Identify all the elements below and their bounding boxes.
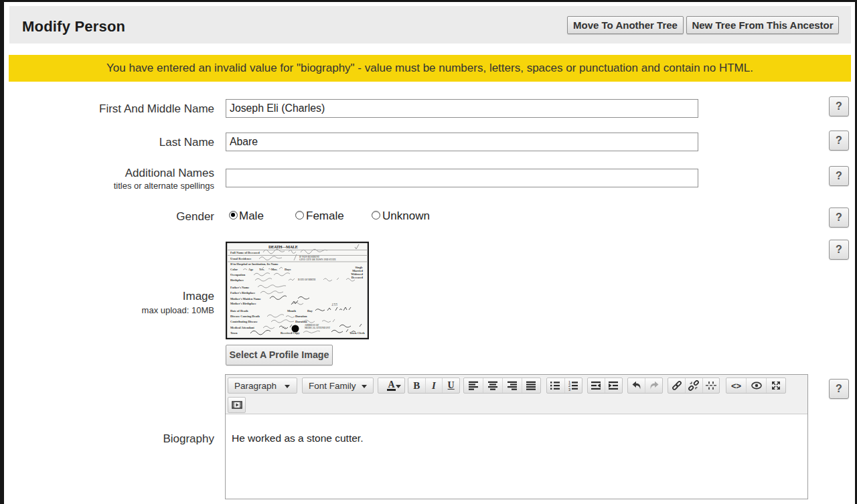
svg-text:Birthplace: Birthplace: [230, 278, 244, 282]
svg-text:Date of Death: Date of Death: [230, 309, 248, 313]
svg-text:Medical Attendant: Medical Attendant: [230, 326, 254, 329]
svg-text:Yrs.: Yrs.: [259, 268, 264, 271]
svg-text:Color: Color: [230, 268, 238, 271]
svg-text:Usual Residence: Usual Residence: [230, 257, 251, 260]
svg-text:Mother's Maiden Name: Mother's Maiden Name: [230, 297, 261, 301]
svg-text:MEDICAL ATTENDANT: MEDICAL ATTENDANT: [305, 327, 331, 329]
svg-text:DEATH—MALE: DEATH—MALE: [268, 244, 298, 249]
svg-text:Received Copy: Received Copy: [281, 331, 300, 335]
svg-text:3: 3: [568, 388, 570, 391]
svg-text:Month: Month: [287, 309, 296, 313]
svg-text:Mother's Birthplace: Mother's Birthplace: [230, 302, 256, 305]
svg-text:Contributing Disease: Contributing Disease: [230, 320, 258, 323]
svg-text:155: 155: [331, 303, 337, 307]
svg-text:Disease Causing Death: Disease Causing Death: [230, 315, 260, 318]
svg-text:Occupation: Occupation: [230, 273, 246, 276]
svg-text:Mos.: Mos.: [271, 268, 277, 271]
svg-text:GIVE CITY OR TOWN AND STATE: GIVE CITY OR TOWN AND STATE: [299, 258, 336, 261]
svg-text:If in Hospital or Institution,: If in Hospital or Institution, Its Name: [230, 262, 279, 266]
svg-text:Father's Name: Father's Name: [230, 286, 249, 289]
svg-text:Days: Days: [285, 268, 291, 271]
svg-text:Day: Day: [307, 309, 313, 313]
svg-text:Age: Age: [248, 268, 254, 271]
svg-text:Town: Town: [230, 331, 238, 335]
svg-text:Father's Birthplace: Father's Birthplace: [230, 291, 255, 295]
svg-text:Deceased: Deceased: [352, 276, 364, 279]
svg-text:DATE OF BIRTH: DATE OF BIRTH: [298, 278, 316, 281]
svg-text:Duration: Duration: [295, 315, 307, 318]
svg-text:Full Name of Deceased: Full Name of Deceased: [230, 251, 260, 254]
